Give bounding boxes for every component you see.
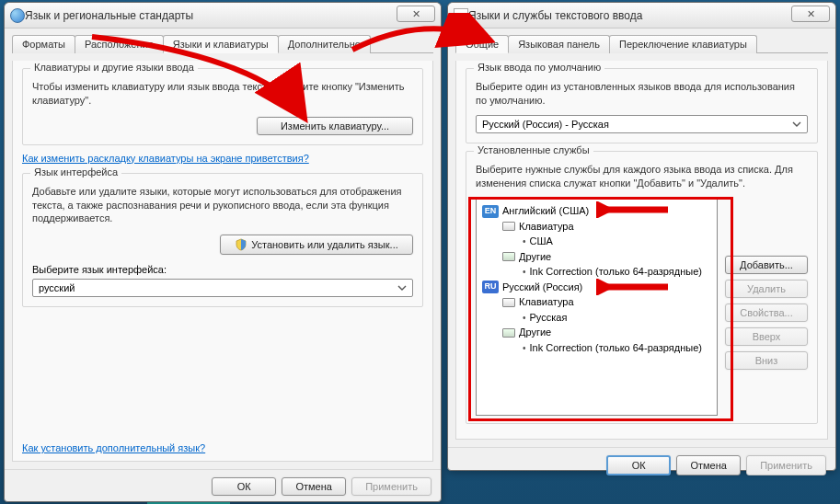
ru-badge-icon: RU	[482, 281, 499, 293]
group-desc: Чтобы изменить клавиатуру или язык ввода…	[32, 80, 413, 108]
tree-label: Другие	[519, 249, 551, 265]
add-button[interactable]: Добавить...	[725, 256, 808, 274]
titlebar: Языки и службы текстового ввода ✕	[448, 3, 835, 29]
apply-button[interactable]: Применить	[746, 455, 826, 475]
display-language-combo[interactable]: русский	[32, 279, 413, 297]
tree-label: Клавиатура	[519, 219, 574, 235]
dialog-buttons: ОК Отмена Применить	[448, 447, 835, 483]
tab-advanced[interactable]: Дополнительно	[278, 35, 371, 53]
tabstrip-left: Форматы Расположение Языки и клавиатуры …	[12, 34, 433, 53]
services-tree[interactable]: EN Английский (США) Клавиатура • США	[476, 197, 718, 416]
window-title: Язык и региональные стандарты	[25, 9, 193, 22]
tree-lang-ru[interactable]: RU Русский (Россия)	[482, 280, 711, 295]
cancel-button[interactable]: Отмена	[282, 477, 346, 496]
chevron-down-icon	[790, 118, 803, 131]
window-text-services: Языки и службы текстового ввода ✕ Общие …	[447, 2, 836, 471]
link-install-additional-language[interactable]: Как установить дополнительный язык?	[22, 442, 205, 453]
group-installed-services: Установленные службы Выберите нужные слу…	[466, 151, 818, 425]
combo-value: русский	[39, 282, 75, 293]
tab-keyboards-languages[interactable]: Языки и клавиатуры	[163, 35, 279, 53]
bullet-icon: •	[523, 235, 526, 248]
shield-icon	[235, 238, 247, 251]
close-icon: ✕	[412, 8, 420, 20]
titlebar: Язык и региональные стандарты ✕	[5, 3, 441, 29]
tree-label: Другие	[519, 325, 551, 340]
tree-label: Ink Correction (только 64-разрядные)	[530, 264, 702, 280]
tree-label: Ink Correction (только 64-разрядные)	[530, 340, 702, 356]
tab-general[interactable]: Общие	[455, 35, 509, 53]
move-up-button[interactable]: Вверх	[725, 327, 808, 346]
group-desc: Выберите один из установленных языков вв…	[476, 80, 808, 108]
tree-keyboard-item[interactable]: • США	[482, 234, 711, 249]
dialog-buttons: ОК Отмена Применить	[5, 469, 441, 503]
select-language-label: Выберите язык интерфейса:	[32, 264, 413, 275]
group-desc: Выберите нужные службы для каждого языка…	[476, 163, 808, 190]
group-legend: Установленные службы	[474, 144, 593, 155]
ok-button[interactable]: ОК	[212, 477, 276, 496]
group-keyboards-input: Клавиатуры и другие языки ввода Чтобы из…	[22, 68, 423, 145]
tab-location[interactable]: Расположение	[75, 35, 164, 53]
link-change-layout-welcome[interactable]: Как изменить раскладку клавиатуры на экр…	[22, 153, 309, 164]
install-uninstall-language-button[interactable]: Установить или удалить язык...	[220, 235, 413, 255]
bullet-icon: •	[523, 341, 526, 355]
close-button[interactable]: ✕	[791, 6, 830, 22]
tree-keyboard-group[interactable]: Клавиатура	[482, 294, 711, 310]
group-legend: Язык интерфейса	[30, 166, 121, 178]
apply-button[interactable]: Применить	[351, 477, 432, 496]
globe-icon	[10, 8, 25, 23]
combo-value: Русский (Россия) - Русская	[482, 119, 609, 130]
tree-label: США	[530, 234, 553, 249]
group-legend: Клавиатуры и другие языки ввода	[30, 62, 198, 73]
chevron-down-icon	[396, 281, 408, 294]
remove-button[interactable]: Удалить	[725, 280, 808, 298]
bullet-icon: •	[523, 311, 526, 325]
cancel-button[interactable]: Отмена	[676, 455, 741, 475]
group-legend: Язык ввода по умолчанию	[474, 62, 604, 73]
properties-button[interactable]: Свойства...	[725, 304, 808, 322]
ok-button[interactable]: ОК	[606, 455, 671, 475]
tree-label: Клавиатура	[519, 294, 574, 310]
group-desc: Добавьте или удалите языки, которые могу…	[32, 185, 413, 226]
keyboard-icon	[502, 222, 515, 231]
tabstrip-right: Общие Языковая панель Переключение клави…	[455, 34, 828, 53]
other-icon	[502, 252, 515, 261]
tree-lang-en[interactable]: EN Английский (США)	[482, 203, 711, 219]
tree-label: Английский (США)	[502, 203, 589, 219]
group-display-language: Язык интерфейса Добавьте или удалите язы…	[22, 173, 423, 308]
window-title: Языки и службы текстового ввода	[468, 9, 642, 22]
tree-other-item[interactable]: • Ink Correction (только 64-разрядные)	[482, 340, 711, 356]
tree-other-group[interactable]: Другие	[482, 325, 711, 340]
close-icon: ✕	[807, 8, 815, 20]
keyboard-icon	[502, 298, 515, 307]
group-default-input-language: Язык ввода по умолчанию Выберите один из…	[466, 68, 818, 143]
tree-label: Русская	[530, 310, 568, 326]
change-keyboard-button[interactable]: Изменить клавиатуру...	[257, 117, 413, 135]
bullet-icon: •	[523, 265, 526, 279]
tree-other-item[interactable]: • Ink Correction (только 64-разрядные)	[482, 264, 711, 280]
button-label: Установить или удалить язык...	[251, 239, 398, 250]
tree-label: Русский (Россия)	[502, 280, 582, 295]
tree-other-group[interactable]: Другие	[482, 249, 711, 265]
close-button[interactable]: ✕	[397, 6, 435, 22]
tab-keyboard-switching[interactable]: Переключение клавиатуры	[609, 35, 757, 53]
tab-formats[interactable]: Форматы	[12, 35, 75, 53]
en-badge-icon: EN	[482, 205, 499, 218]
flag-icon	[454, 8, 468, 23]
default-language-combo[interactable]: Русский (Россия) - Русская	[476, 115, 808, 133]
tab-language-bar[interactable]: Языковая панель	[508, 35, 610, 53]
tree-keyboard-group[interactable]: Клавиатура	[482, 219, 711, 235]
move-down-button[interactable]: Вниз	[725, 351, 808, 370]
other-icon	[502, 328, 515, 338]
tree-keyboard-item[interactable]: • Русская	[482, 310, 711, 326]
window-region-language: Язык и региональные стандарты ✕ Форматы …	[4, 2, 442, 502]
